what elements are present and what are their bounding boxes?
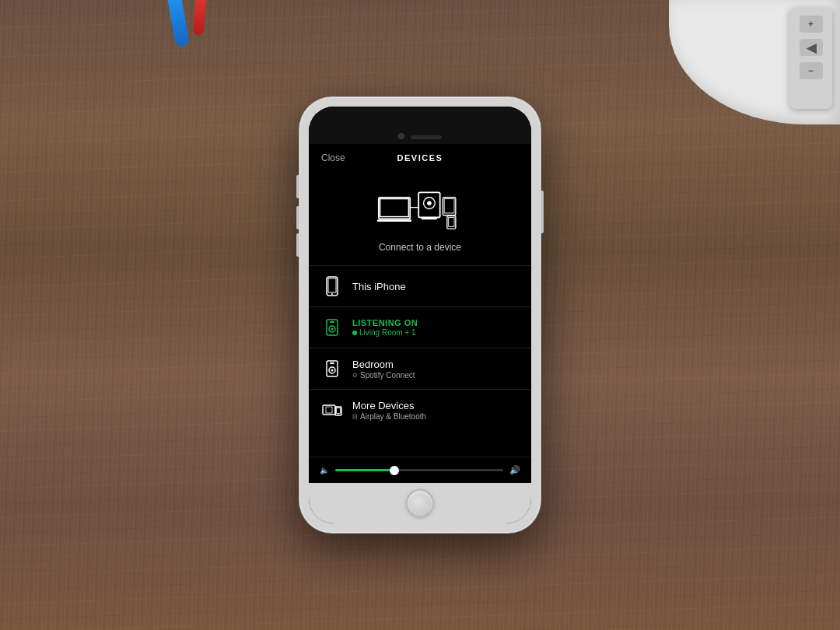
wifi-icon: ⊙ bbox=[352, 372, 358, 379]
svg-point-14 bbox=[331, 293, 333, 295]
remote-minus: − bbox=[800, 62, 823, 79]
svg-point-6 bbox=[427, 201, 432, 205]
device-illustration bbox=[309, 169, 531, 242]
cable-red bbox=[192, 0, 207, 35]
more-devices-icon bbox=[321, 399, 343, 421]
device-item-bedroom[interactable]: Bedroom ⊙ Spotify Connect bbox=[309, 348, 531, 389]
iphone-name: This iPhone bbox=[352, 281, 519, 292]
home-button-area bbox=[309, 483, 531, 523]
cable-blue bbox=[166, 0, 190, 47]
device-list: This iPhone bbox=[309, 265, 531, 457]
volume-thumb[interactable] bbox=[390, 466, 399, 475]
iphone-body: Close DEVICES bbox=[299, 97, 541, 533]
svg-rect-24 bbox=[326, 407, 332, 413]
phone-top-bar bbox=[309, 107, 531, 144]
svg-rect-13 bbox=[328, 278, 336, 292]
phone-wrapper: Close DEVICES bbox=[299, 97, 541, 533]
volume-low-icon: 🔈 bbox=[320, 466, 329, 474]
bedroom-info: Bedroom ⊙ Spotify Connect bbox=[352, 359, 519, 380]
device-item-living-room[interactable]: LISTENING ON Living Room + 1 bbox=[309, 306, 531, 348]
iphone-info: This iPhone bbox=[352, 281, 519, 292]
devices-svg bbox=[377, 181, 463, 236]
living-room-subtitle: Living Room + 1 bbox=[352, 328, 519, 337]
svg-rect-8 bbox=[443, 198, 456, 215]
volume-track[interactable] bbox=[335, 469, 503, 471]
svg-rect-0 bbox=[379, 198, 410, 219]
bedroom-subtitle: ⊙ Spotify Connect bbox=[352, 371, 519, 380]
app-header: Close DEVICES bbox=[309, 144, 531, 169]
volume-high-icon: 🔊 bbox=[509, 465, 520, 475]
volume-fill bbox=[335, 469, 394, 471]
device-item-more[interactable]: More Devices ⊡ Airplay & Bluetooth bbox=[309, 389, 531, 430]
svg-rect-7 bbox=[422, 217, 437, 219]
svg-point-17 bbox=[331, 328, 334, 331]
svg-rect-1 bbox=[380, 199, 409, 217]
more-devices-name: More Devices bbox=[352, 400, 519, 411]
phone-icon bbox=[321, 275, 343, 297]
listening-on-label: LISTENING ON bbox=[352, 318, 519, 327]
remote-mid: ◀ bbox=[800, 39, 823, 56]
speaker-active-icon bbox=[321, 317, 343, 338]
connect-to-device-label: Connect to a device bbox=[309, 242, 531, 265]
remote-decoration: + ◀ − bbox=[789, 8, 832, 109]
screen-title: DEVICES bbox=[397, 153, 443, 163]
more-devices-subtitle: ⊡ Airplay & Bluetooth bbox=[352, 412, 519, 421]
bedroom-name: Bedroom bbox=[352, 359, 519, 370]
svg-point-21 bbox=[331, 369, 334, 372]
svg-rect-11 bbox=[449, 217, 454, 226]
svg-point-27 bbox=[338, 414, 339, 415]
device-item-iphone[interactable]: This iPhone bbox=[309, 265, 531, 306]
home-button[interactable] bbox=[406, 489, 434, 517]
spotify-screen: Close DEVICES bbox=[309, 144, 531, 483]
cables-decoration bbox=[156, 0, 249, 62]
airplay-icon: ⊡ bbox=[352, 413, 358, 420]
spotify-active-dot bbox=[352, 331, 357, 335]
close-button[interactable]: Close bbox=[321, 152, 345, 163]
living-room-info: LISTENING ON Living Room + 1 bbox=[352, 318, 519, 337]
svg-rect-18 bbox=[330, 321, 334, 323]
svg-rect-2 bbox=[377, 219, 411, 222]
more-devices-info: More Devices ⊡ Airplay & Bluetooth bbox=[352, 400, 519, 421]
phone-camera bbox=[398, 133, 404, 139]
remote-plus: + bbox=[800, 16, 823, 33]
speaker-icon bbox=[321, 358, 343, 380]
svg-rect-22 bbox=[330, 362, 334, 364]
phone-speaker bbox=[411, 135, 442, 139]
iphone-inner: Close DEVICES bbox=[309, 107, 531, 523]
svg-rect-9 bbox=[444, 199, 454, 213]
volume-control[interactable]: 🔈 🔊 bbox=[309, 457, 531, 483]
svg-rect-26 bbox=[337, 408, 341, 414]
